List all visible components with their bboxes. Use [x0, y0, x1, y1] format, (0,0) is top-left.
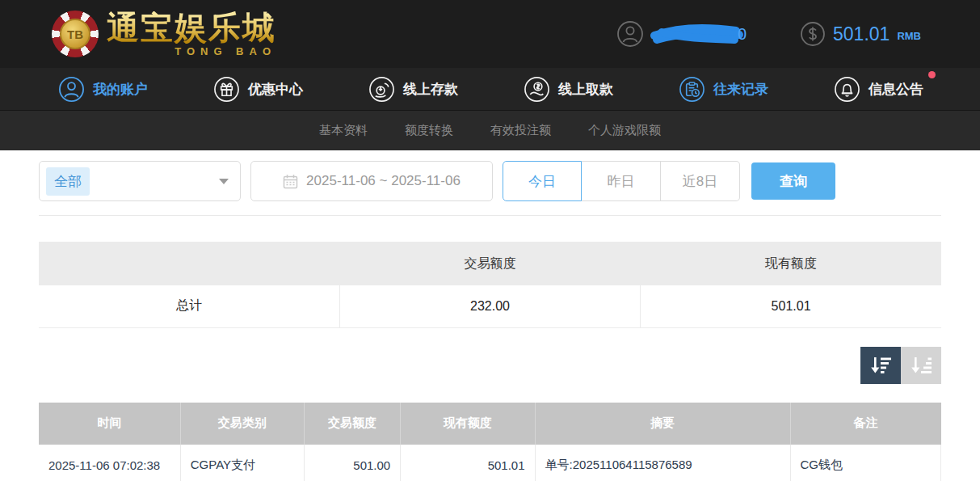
nav-item-online-deposit[interactable]: 线上存款 — [368, 76, 458, 103]
sort-controls — [39, 347, 941, 384]
summary-header-current-balance: 现有额度 — [641, 242, 941, 285]
subnav-item-valid-bets[interactable]: 有效投注额 — [490, 123, 551, 138]
nav-label: 往来记录 — [713, 80, 768, 99]
record-summary: 单号:202511064115876589 — [535, 445, 790, 481]
redacted-username-scribble: 0 — [649, 22, 747, 46]
nav-item-online-withdrawal[interactable]: 线上取款 — [524, 76, 613, 103]
account-info[interactable]: 0 — [616, 20, 747, 48]
records-header-transaction-amount: 交易额度 — [304, 403, 400, 445]
search-button[interactable]: 查询 — [751, 162, 835, 200]
notification-dot — [928, 71, 936, 78]
logo-title: 通宝娱乐城 — [107, 11, 276, 44]
nav-label: 线上存款 — [403, 80, 458, 99]
deposit-icon — [368, 76, 395, 103]
logo-subtitle: TONG BAO — [175, 46, 276, 57]
balance-amount: 501.01 — [833, 23, 890, 45]
records-header-summary: 摘要 — [535, 403, 790, 445]
calendar-icon — [283, 174, 298, 189]
record-current-balance: 501.01 — [401, 445, 535, 481]
records-header-type: 交易类别 — [180, 403, 304, 445]
site-logo[interactable]: TB 通宝娱乐城 TONG BAO — [52, 11, 276, 57]
logo-text: 通宝娱乐城 TONG BAO — [107, 11, 276, 57]
main-nav: 我的账户 优惠中心 线上存款 — [0, 68, 980, 111]
nav-label: 我的账户 — [93, 80, 148, 99]
quick-date-buttons: 今日 昨日 近8日 — [503, 161, 740, 201]
date-range-input[interactable]: 2025-11-06 ~ 2025-11-06 — [250, 161, 493, 201]
sort-ascending-button[interactable] — [901, 347, 941, 384]
user-icon — [58, 76, 85, 103]
summary-header-transaction-amount: 交易额度 — [339, 242, 640, 285]
sort-descending-button[interactable] — [860, 347, 901, 384]
records-icon — [679, 76, 705, 103]
balance-display[interactable]: 501.01 RMB — [800, 21, 921, 47]
yesterday-button[interactable]: 昨日 — [582, 161, 661, 201]
top-header: TB 通宝娱乐城 TONG BAO 0 — [0, 0, 980, 68]
records-header-remark: 备注 — [790, 403, 941, 445]
transaction-type-select[interactable]: 全部 — [39, 161, 241, 201]
subnav-item-game-limits[interactable]: 个人游戏限额 — [588, 123, 661, 138]
record-type: CGPAY支付 — [180, 445, 304, 481]
summary-total-label: 总计 — [39, 285, 339, 327]
records-header-time: 时间 — [39, 403, 180, 445]
subnav-item-basic-info[interactable]: 基本资料 — [319, 123, 368, 138]
filter-row: 全部 2025-11-06 ~ 2025-11-06 今日 昨日 近8日 查询 — [39, 161, 941, 201]
withdraw-icon — [524, 76, 550, 103]
filter-divider — [39, 215, 941, 216]
nav-item-promotions[interactable]: 优惠中心 — [213, 76, 303, 103]
balance-currency: RMB — [897, 30, 921, 42]
last-8-days-button[interactable]: 近8日 — [661, 161, 740, 201]
username-visible-suffix: 0 — [738, 25, 747, 44]
nav-item-transaction-records[interactable]: 往来记录 — [679, 76, 768, 103]
summary-header-empty — [39, 242, 339, 285]
record-time: 2025-11-06 07:02:38 — [39, 445, 180, 481]
nav-item-my-account[interactable]: 我的账户 — [58, 76, 148, 103]
records-header-current-balance: 现有额度 — [401, 403, 535, 445]
record-transaction-amount: 501.00 — [304, 445, 400, 481]
user-circle-icon — [616, 20, 644, 48]
record-remark: CG钱包 — [790, 445, 941, 481]
summary-total-current-balance: 501.01 — [641, 285, 941, 327]
summary-total-transaction-amount: 232.00 — [339, 285, 640, 327]
date-range-value: 2025-11-06 ~ 2025-11-06 — [306, 173, 461, 189]
records-row: 2025-11-06 07:02:38 CGPAY支付 501.00 501.0… — [39, 445, 941, 481]
sub-nav: 基本资料 额度转换 有效投注额 个人游戏限额 — [0, 111, 980, 150]
poker-chip-logo-icon: TB — [52, 11, 99, 57]
summary-total-row: 总计 232.00 501.01 — [39, 285, 941, 327]
summary-table: 交易额度 现有额度 总计 232.00 501.01 — [39, 242, 941, 328]
today-button[interactable]: 今日 — [503, 161, 582, 201]
sort-descending-icon — [869, 356, 892, 375]
summary-header-row: 交易额度 现有额度 — [39, 242, 941, 285]
chip-label: TB — [60, 19, 90, 49]
sort-ascending-icon — [910, 356, 932, 375]
gift-icon — [213, 76, 240, 103]
dollar-circle-icon — [800, 21, 826, 47]
nav-label: 线上取款 — [558, 80, 613, 99]
chevron-down-icon — [219, 179, 229, 184]
records-header-row: 时间 交易类别 交易额度 现有额度 摘要 备注 — [39, 403, 941, 445]
bell-icon — [834, 76, 860, 103]
subnav-item-credit-transfer[interactable]: 额度转换 — [405, 123, 453, 138]
content: 全部 2025-11-06 ~ 2025-11-06 今日 昨日 近8日 查询 — [0, 150, 980, 481]
nav-label: 信息公告 — [869, 80, 923, 99]
nav-label: 优惠中心 — [248, 80, 303, 99]
nav-item-announcements[interactable]: 信息公告 — [834, 76, 923, 103]
records-table: 时间 交易类别 交易额度 现有额度 摘要 备注 2025-11-06 07:02… — [39, 403, 941, 481]
selected-type-chip: 全部 — [46, 167, 90, 196]
header-right: 0 501.01 RMB — [616, 20, 921, 48]
